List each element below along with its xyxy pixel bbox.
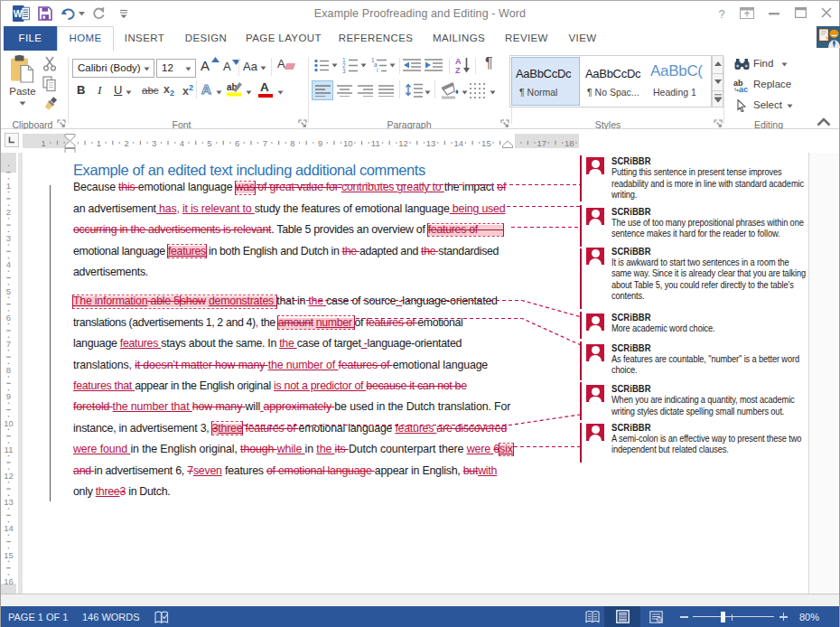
svg-text:11: 11 [371,138,380,148]
svg-text:7: 7 [263,138,267,148]
svg-text:15: 15 [481,138,491,148]
svg-text:Z: Z [455,66,461,74]
svg-text:4: 4 [180,138,184,148]
svg-text:3: 3 [342,68,346,73]
svg-text:18: 18 [565,138,574,148]
svg-text:9: 9 [318,138,322,148]
svg-text:10: 10 [343,138,353,148]
svg-text:A: A [455,57,462,66]
svg-text:i: i [377,67,378,73]
svg-text:12: 12 [398,138,408,148]
svg-text:13: 13 [426,138,436,148]
svg-text:17: 17 [537,138,546,148]
svg-text:8: 8 [290,138,294,148]
svg-text:3: 3 [152,138,156,148]
svg-text:2: 2 [124,138,128,148]
svg-text:6: 6 [235,138,239,148]
svg-text:1: 1 [42,138,46,148]
svg-text:ac: ac [739,85,748,92]
svg-text:1: 1 [97,138,101,148]
svg-text:14: 14 [454,138,464,148]
svg-text:5: 5 [207,138,211,148]
svg-text:?: ? [718,7,724,20]
svg-text:W: W [14,8,23,19]
